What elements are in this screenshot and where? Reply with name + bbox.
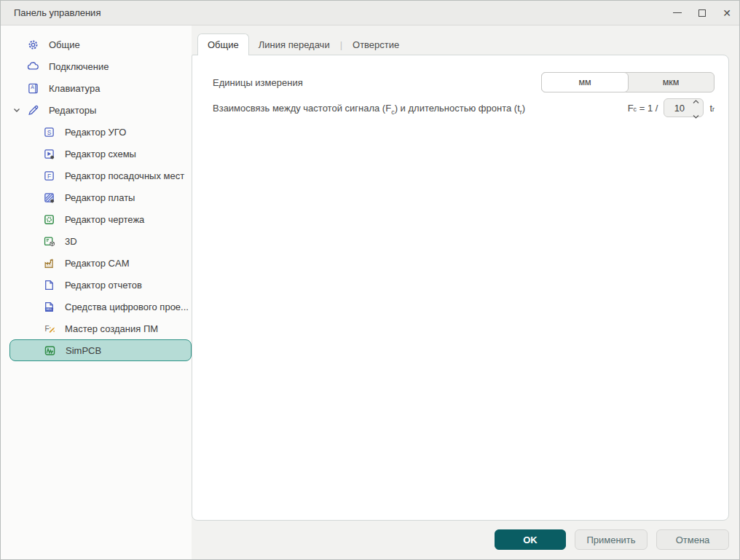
control-panel-window: Панель управления ✕ ОбщиеПодключениеAКла… (0, 0, 740, 560)
sidebar-item-footprint-editor[interactable]: FРедактор посадочных мест (1, 165, 192, 186)
gear-icon (27, 39, 39, 51)
sidebar-item-3d[interactable]: 3D (1, 230, 192, 252)
svg-text:HDL: HDL (46, 307, 52, 311)
content-area: ОбщиеЛиния передачи|Отверстие Единицы из… (192, 25, 739, 559)
sidebar-item-label: 3D (65, 236, 77, 247)
titlebar: Панель управления ✕ (1, 1, 739, 25)
cam-editor-icon (43, 257, 55, 269)
sidebar-item-label: Общие (49, 39, 80, 50)
sidebar-item-label: Клавиатура (49, 83, 100, 94)
sidebar-item-report-editor[interactable]: Редактор отчетов (1, 274, 192, 296)
sidebar-item-board-editor[interactable]: Редактор платы (1, 186, 192, 208)
sidebar-item-label: Редактор отчетов (65, 280, 142, 291)
frequency-formula: Fc = 1 / 10 tr (628, 98, 715, 117)
board-editor-icon (43, 192, 55, 204)
keyboard-icon: A (27, 82, 39, 95)
sidebar-item-general[interactable]: Общие (1, 33, 192, 55)
sidebar-item-label: Редактор УГО (65, 127, 126, 138)
units-option-mm[interactable]: мм (541, 72, 629, 92)
formula-prefix: Fc = 1 / (628, 103, 658, 114)
spinner-buttons (693, 94, 699, 122)
svg-text:A: A (31, 84, 34, 90)
sidebar-item-label: Редактор схемы (65, 149, 136, 159)
simpcb-icon (44, 344, 56, 357)
sidebar-item-label: Редактор посадочных мест (65, 170, 184, 181)
sidebar-item-label: Подключение (49, 61, 109, 72)
drawing-editor-icon (43, 213, 55, 226)
settings-panel: Единицы измерения мммкм Взаимосвязь межд… (192, 55, 729, 521)
sidebar-item-connection[interactable]: Подключение (1, 55, 192, 77)
tab-general[interactable]: Общие (197, 33, 249, 55)
spinner-value[interactable]: 10 (666, 103, 693, 114)
units-row: Единицы измерения мммкм (213, 72, 715, 92)
minimize-icon (673, 12, 682, 13)
spinner-down-icon[interactable] (693, 109, 699, 122)
sidebar-item-label: Редактор CAM (65, 258, 129, 269)
sidebar-item-footprint-wizard[interactable]: FМастер создания ПМ (1, 318, 192, 339)
sidebar-item-drawing-editor[interactable]: Редактор чертежа (1, 208, 192, 230)
close-button[interactable]: ✕ (715, 1, 739, 25)
sidebar-item-label: Редактор платы (65, 192, 135, 203)
symbol-editor-icon: S (43, 126, 55, 138)
report-editor-icon (43, 279, 55, 291)
sidebar-item-label: Редакторы (49, 105, 96, 116)
schematic-editor-icon (43, 148, 55, 160)
apply-button[interactable]: Применить (575, 529, 648, 550)
cloud-icon (27, 60, 39, 73)
sidebar-item-digital-design-tools[interactable]: HDLСредства цифрового прое... (1, 296, 192, 318)
sidebar-item-simpcb[interactable]: SimPCB (9, 339, 192, 361)
svg-text:F: F (44, 325, 49, 333)
pencil-icon (27, 104, 39, 117)
maximize-icon (698, 9, 706, 17)
frequency-row: Взаимосвязь между частотой сигнала (Fc) … (213, 98, 715, 117)
units-option-um[interactable]: мкм (628, 73, 714, 92)
sidebar-item-cam-editor[interactable]: Редактор CAM (1, 252, 192, 274)
sidebar-item-label: Редактор чертежа (65, 214, 144, 225)
frequency-label: Взаимосвязь между частотой сигнала (Fc) … (213, 103, 525, 114)
tr-divisor-spinner[interactable]: 10 (664, 98, 704, 117)
formula-suffix: tr (709, 103, 715, 114)
ok-button[interactable]: OK (495, 529, 566, 550)
chevron-down-icon[interactable] (11, 104, 23, 116)
window-title: Панель управления (1, 7, 665, 18)
units-label: Единицы измерения (213, 77, 303, 88)
tab-via[interactable]: Отверстие (343, 33, 409, 55)
minimize-button[interactable] (665, 1, 690, 25)
sidebar-item-label: SimPCB (66, 345, 101, 356)
svg-text:S: S (47, 128, 52, 135)
sidebar-item-editors[interactable]: Редакторы (1, 99, 192, 121)
footprint-wizard-icon: F (43, 323, 55, 335)
tab-transmission-line[interactable]: Линия передачи (249, 33, 339, 55)
3d-editor-icon (43, 235, 55, 248)
svg-text:F: F (47, 172, 51, 179)
maximize-button[interactable] (690, 1, 715, 25)
footer: OK Применить Отмена (495, 529, 729, 550)
footprint-editor-icon: F (43, 170, 55, 182)
cancel-button[interactable]: Отмена (656, 529, 729, 550)
sidebar-item-label: Средства цифрового прое... (65, 301, 189, 312)
units-toggle: мммкм (541, 72, 715, 92)
spinner-up-icon[interactable] (693, 94, 699, 107)
hdl-tools-icon: HDL (43, 301, 55, 313)
sidebar-item-label: Мастер создания ПМ (65, 323, 158, 334)
sidebar: ОбщиеПодключениеAКлавиатураРедакторыSРед… (1, 25, 192, 559)
sidebar-item-symbol-editor[interactable]: SРедактор УГО (1, 121, 192, 143)
close-icon: ✕ (723, 8, 731, 18)
sidebar-item-keyboard[interactable]: AКлавиатура (1, 77, 192, 99)
sidebar-item-schematic-editor[interactable]: Редактор схемы (1, 143, 192, 165)
tab-bar: ОбщиеЛиния передачи|Отверстие (197, 33, 409, 55)
